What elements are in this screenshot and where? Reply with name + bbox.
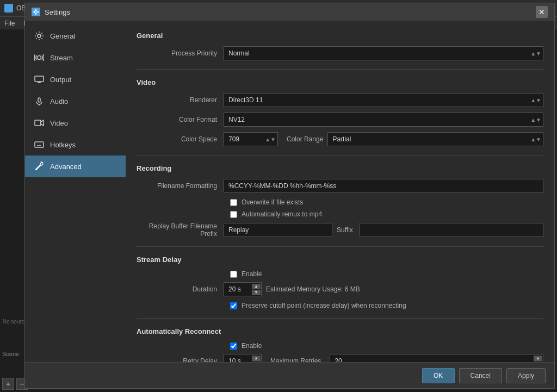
nav-label-general: General (50, 32, 75, 40)
color-space-select-wrapper: 709 601 ▲▼ (224, 132, 278, 146)
dialog-close-button[interactable]: ✕ (536, 6, 548, 18)
duration-down-arrow[interactable]: ▼ (252, 290, 261, 295)
section-general-title: General (137, 32, 543, 40)
color-format-row: Color Format NV12 I420 I444 RGB ▲▼ (137, 113, 543, 127)
nav-label-output: Output (50, 76, 71, 84)
reconnect-enable-label: Enable (242, 342, 262, 350)
divider-2 (137, 155, 543, 155)
nav-label-video: Video (50, 119, 68, 127)
retry-delay-arrows: ▲ ▼ (252, 356, 261, 363)
preserve-checkbox[interactable] (230, 302, 237, 309)
video-icon (34, 117, 45, 128)
max-retries-down-arrow[interactable]: ▼ (534, 362, 542, 363)
color-format-select-wrapper: NV12 I420 I444 RGB ▲▼ (224, 113, 543, 127)
color-space-select[interactable]: 709 601 (224, 132, 278, 146)
ok-button[interactable]: OK (422, 368, 455, 383)
memory-usage-label: Estimated Memory Usage: 6 MB (266, 285, 360, 293)
retry-delay-row: Retry Delay ▲ ▼ Maximum Retries ▲ ▼ (137, 354, 543, 362)
renderer-label: Renderer (137, 96, 224, 104)
settings-dialog: Settings ✕ General (24, 3, 555, 389)
retry-delay-spinbox: ▲ ▼ (224, 354, 262, 362)
apply-button[interactable]: Apply (506, 368, 546, 383)
replay-prefix-label: Replay Buffer Filename Prefix (137, 222, 224, 238)
color-space-label: Color Space (137, 135, 224, 143)
nav-label-hotkeys: Hotkeys (50, 141, 76, 149)
svg-rect-4 (38, 98, 40, 102)
process-priority-label: Process Priority (137, 49, 224, 57)
menu-file[interactable]: File (4, 20, 15, 27)
remux-checkbox[interactable] (230, 211, 237, 218)
svg-rect-5 (35, 120, 41, 126)
renderer-select[interactable]: Direct3D 11 OpenGL (224, 93, 543, 107)
overwrite-checkbox[interactable] (230, 199, 237, 206)
max-retries-spinbox: ▲ ▼ (330, 354, 543, 362)
divider-4 (137, 318, 543, 319)
reconnect-enable-checkbox[interactable] (230, 343, 237, 350)
nav-label-audio: Audio (50, 97, 68, 105)
max-retries-input[interactable] (330, 354, 543, 362)
retry-delay-down-arrow[interactable]: ▼ (252, 362, 261, 363)
color-format-label: Color Format (137, 116, 224, 123)
section-stream-delay-title: Stream Delay (137, 256, 543, 264)
max-retries-up-arrow[interactable]: ▲ (534, 356, 542, 361)
nav-item-audio[interactable]: Audio (25, 90, 126, 112)
audio-icon (34, 96, 45, 107)
color-space-row: Color Space 709 601 ▲▼ Color Range Parti… (137, 132, 543, 146)
nav-item-advanced[interactable]: Advanced (25, 155, 126, 177)
divider-1 (137, 69, 543, 70)
preserve-label: Preserve cutoff point (increase delay) w… (242, 302, 406, 309)
nav-item-video[interactable]: Video (25, 112, 126, 134)
dialog-title-left: Settings (32, 8, 70, 16)
monitor-icon (34, 74, 45, 85)
section-video-title: Video (137, 78, 543, 86)
duration-up-arrow[interactable]: ▲ (252, 284, 261, 289)
svg-point-2 (38, 56, 41, 60)
duration-label: Duration (137, 285, 224, 293)
settings-icon (32, 8, 40, 16)
sidebar: General Stream (25, 21, 126, 362)
overwrite-row: Overwrite if file exists (137, 198, 543, 206)
stream-delay-enable-checkbox[interactable] (230, 271, 237, 278)
max-retries-arrows: ▲ ▼ (534, 356, 542, 363)
color-range-label: Color Range (287, 135, 327, 143)
process-priority-row: Process Priority Normal Above Normal Hig… (137, 46, 543, 60)
preserve-row: Preserve cutoff point (increase delay) w… (137, 302, 543, 309)
nav-item-stream[interactable]: Stream (25, 47, 126, 69)
filename-input[interactable] (224, 179, 543, 193)
svg-point-1 (38, 34, 41, 38)
process-priority-select[interactable]: Normal Above Normal High Realtime (224, 46, 543, 60)
color-range-select-wrapper: Partial Full ▲▼ (327, 132, 543, 146)
remux-row: Automatically remux to mp4 (137, 210, 543, 218)
section-recording-title: Recording (137, 164, 543, 172)
color-range-select[interactable]: Partial Full (327, 132, 543, 146)
add-scene-button[interactable]: + (2, 378, 14, 390)
replay-prefix-input[interactable] (224, 223, 332, 237)
duration-arrows: ▲ ▼ (252, 284, 261, 295)
reconnect-enable-row: Enable (137, 342, 543, 350)
obs-app-icon (4, 4, 13, 13)
nav-item-hotkeys[interactable]: Hotkeys (25, 134, 126, 155)
color-format-select[interactable]: NV12 I420 I444 RGB (224, 113, 543, 127)
replay-prefix-row: Replay Buffer Filename Prefix Suffix (137, 222, 543, 238)
dialog-body: General Stream (25, 21, 554, 362)
retry-delay-up-arrow[interactable]: ▲ (252, 356, 261, 361)
nav-item-output[interactable]: Output (25, 69, 126, 90)
nav-item-general[interactable]: General (25, 25, 126, 47)
filename-label: Filename Formatting (137, 182, 224, 190)
remux-label: Automatically remux to mp4 (242, 210, 322, 218)
process-priority-select-wrapper: Normal Above Normal High Realtime ▲▼ (224, 46, 543, 60)
stream-delay-enable-row: Enable (137, 270, 543, 278)
svg-point-0 (35, 11, 38, 14)
wrench-icon (34, 161, 45, 172)
section-auto-reconnect-title: Automatically Reconnect (137, 327, 543, 335)
replay-suffix-input[interactable] (360, 223, 543, 237)
gear-icon (34, 30, 45, 41)
filename-row: Filename Formatting (137, 179, 543, 193)
dialog-titlebar: Settings ✕ (25, 3, 554, 21)
renderer-row: Renderer Direct3D 11 OpenGL ▲▼ (137, 93, 543, 107)
max-retries-label: Maximum Retries (270, 357, 325, 362)
retry-delay-label: Retry Delay (137, 357, 224, 362)
nav-label-stream: Stream (50, 54, 73, 62)
cancel-button[interactable]: Cancel (459, 368, 502, 383)
dialog-title: Settings (45, 8, 70, 16)
